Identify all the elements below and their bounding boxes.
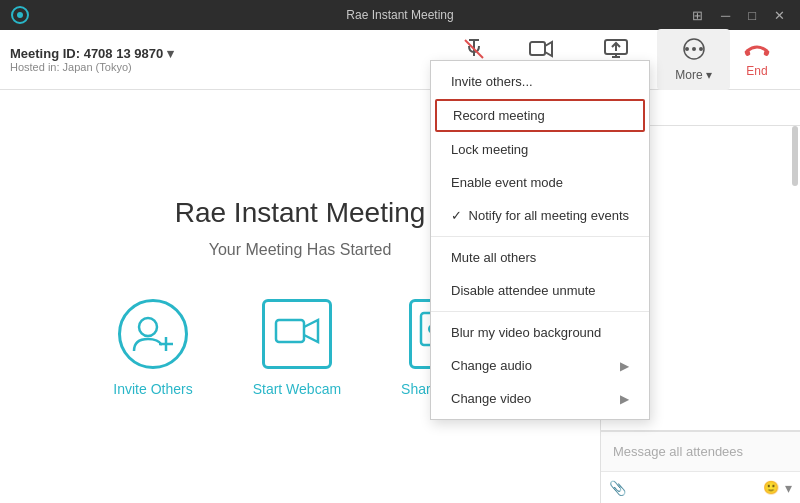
send-dropdown-icon[interactable]: ▾ (785, 480, 792, 496)
more-label: More ▾ (675, 68, 712, 82)
separator-2 (431, 311, 649, 312)
main-subtitle: Your Meeting Has Started (209, 241, 392, 259)
main-meeting-title: Rae Instant Meeting (175, 197, 426, 229)
menu-item-lock[interactable]: Lock meeting (431, 133, 649, 166)
svg-point-1 (17, 12, 23, 18)
attachment-icon[interactable]: 📎 (609, 480, 626, 496)
grid-button[interactable]: ⊞ (687, 6, 708, 25)
window-title: Rae Instant Meeting (346, 8, 453, 22)
scrollbar[interactable] (792, 126, 798, 186)
menu-item-blur[interactable]: Blur my video background (431, 316, 649, 349)
menu-item-changeaudio[interactable]: Change audio ▶ (431, 349, 649, 382)
end-icon (744, 41, 770, 60)
changeaudio-arrow: ▶ (620, 359, 629, 373)
screen-icon (604, 39, 628, 62)
svg-point-12 (699, 47, 703, 51)
app-logo (10, 5, 30, 25)
end-label: End (746, 64, 767, 78)
invite-others-button[interactable]: Invite Others (113, 299, 192, 397)
svg-point-11 (692, 47, 696, 51)
minimize-button[interactable]: ─ (716, 6, 735, 25)
meeting-id: Meeting ID: 4708 13 9870 ▾ (10, 46, 174, 61)
svg-rect-5 (530, 42, 545, 55)
start-webcam-button[interactable]: Start Webcam (253, 299, 341, 397)
menu-item-invite[interactable]: Invite others... (431, 65, 649, 98)
chat-toolbar: 📎 🙂 ▾ (601, 471, 800, 503)
webcam-icon (262, 299, 332, 369)
chat-area: Message all attendees 📎 🙂 ▾ (601, 430, 800, 503)
more-icon (682, 37, 706, 64)
menu-item-mute[interactable]: Mute all others (431, 241, 649, 274)
webcam-label: Start Webcam (253, 381, 341, 397)
menu-item-disable[interactable]: Disable attendee unmute (431, 274, 649, 307)
separator-1 (431, 236, 649, 237)
invite-icon (118, 299, 188, 369)
menu-item-changevideo[interactable]: Change video ▶ (431, 382, 649, 415)
title-bar: Rae Instant Meeting ⊞ ─ □ ✕ (0, 0, 800, 30)
more-dropdown-menu: Invite others... Record meeting Lock mee… (430, 60, 650, 420)
dropdown-arrow[interactable]: ▾ (167, 46, 174, 61)
more-button[interactable]: More ▾ (657, 29, 730, 90)
svg-point-16 (139, 318, 157, 336)
close-button[interactable]: ✕ (769, 6, 790, 25)
toolbar: Meeting ID: 4708 13 9870 ▾ Hosted in: Ja… (0, 30, 800, 90)
svg-rect-19 (276, 320, 304, 342)
meeting-host: Hosted in: Japan (Tokyo) (10, 61, 174, 73)
changevideo-arrow: ▶ (620, 392, 629, 406)
menu-item-notify[interactable]: Notify for all meeting events (431, 199, 649, 232)
menu-item-record[interactable]: Record meeting (435, 99, 645, 132)
emoji-icon[interactable]: 🙂 (763, 480, 779, 495)
chat-placeholder[interactable]: Message all attendees (601, 431, 800, 471)
meeting-info: Meeting ID: 4708 13 9870 ▾ Hosted in: Ja… (10, 46, 174, 73)
svg-point-10 (685, 47, 689, 51)
window-controls: ⊞ ─ □ ✕ (687, 6, 790, 25)
restore-button[interactable]: □ (743, 6, 761, 25)
invite-label: Invite Others (113, 381, 192, 397)
end-button[interactable]: End (724, 33, 790, 86)
menu-item-event[interactable]: Enable event mode (431, 166, 649, 199)
main-content: Rae Instant Meeting Your Meeting Has Sta… (0, 90, 800, 503)
video-icon (529, 40, 553, 61)
